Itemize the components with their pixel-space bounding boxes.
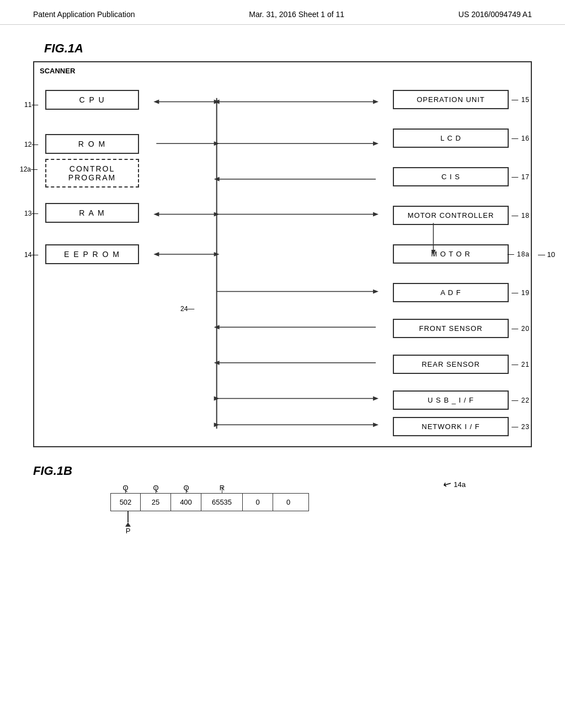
- cell-0-1: 0: [243, 493, 273, 511]
- cell-0-2: 0: [273, 493, 303, 511]
- ref-13: 13—: [24, 210, 38, 217]
- bus-ref-24: 24—: [180, 305, 194, 313]
- cell-65535: 65535: [201, 493, 243, 511]
- header-right: US 2016/0094749 A1: [459, 10, 532, 19]
- header-center: Mar. 31, 2016 Sheet 1 of 11: [249, 10, 344, 19]
- p-label-area: P: [110, 511, 532, 539]
- svg-marker-18: [153, 212, 159, 216]
- cis-label: C I S — 17: [393, 167, 509, 186]
- cell-400: 400: [171, 493, 201, 511]
- usb-if-label: U S B _ I / F — 22: [393, 390, 509, 410]
- ref-15: — 15: [511, 96, 530, 104]
- scanner-label: SCANNER: [40, 67, 75, 75]
- fig1b-container: FIG.1B ↗ 14a Q Q Q R: [33, 464, 532, 539]
- ref-12a: 12a—: [20, 165, 38, 173]
- svg-marker-27: [373, 290, 379, 294]
- svg-marker-31: [214, 361, 220, 365]
- rom-label: R O M: [45, 134, 139, 154]
- column-labels: Q Q Q R: [110, 484, 532, 492]
- motor-label: M O T O R — 18a: [393, 244, 509, 264]
- adf-label: A D F — 19: [393, 283, 509, 302]
- fig1a-diagram: SCANNER — 10 11— C P U 12— R O M 12a— CO…: [33, 61, 532, 447]
- front-sensor-label: FRONT SENSOR — 20: [393, 319, 509, 338]
- svg-marker-20: [373, 212, 379, 216]
- eeprom-box: 14— E E P R O M: [45, 244, 139, 274]
- ref-14a: ↗ 14a: [443, 478, 466, 490]
- cis-box: C I S — 17: [393, 167, 509, 195]
- operation-unit-label: OPERATION UNIT — 15: [393, 90, 509, 109]
- col-label-3: Q: [171, 484, 201, 492]
- svg-marker-13: [373, 141, 379, 146]
- ram-label: R A M: [45, 203, 139, 223]
- usb-if-box: U S B _ I / F — 22: [393, 390, 509, 419]
- eeprom-label: E E P R O M: [45, 244, 139, 264]
- operation-unit-box: OPERATION UNIT — 15: [393, 90, 509, 118]
- svg-marker-15: [214, 177, 220, 181]
- motor-controller-box: MOTOR CONTROLLER — 18: [393, 206, 509, 234]
- adf-box: A D F — 19: [393, 283, 509, 311]
- col-label-4: R: [201, 484, 243, 492]
- svg-marker-5: [214, 100, 220, 104]
- ref-19: — 19: [511, 289, 530, 297]
- svg-marker-11: [214, 141, 220, 146]
- header-left: Patent Application Publication: [33, 10, 135, 19]
- svg-marker-9: [214, 100, 220, 104]
- svg-marker-29: [214, 325, 220, 329]
- svg-marker-33: [214, 397, 220, 401]
- rear-sensor-label: REAR SENSOR — 21: [393, 355, 509, 374]
- cpu-label: C P U: [45, 90, 139, 110]
- svg-marker-22: [214, 252, 220, 256]
- lcd-label: L C D — 16: [393, 129, 509, 148]
- ref-11: 11—: [24, 101, 38, 109]
- svg-marker-6: [153, 100, 159, 104]
- motor-box: M O T O R — 18a: [393, 244, 509, 272]
- ref-16: — 16: [511, 135, 530, 142]
- svg-marker-8: [373, 100, 379, 104]
- cell-502: 502: [110, 493, 141, 511]
- network-if-label: NETWORK I / F — 23: [393, 417, 509, 436]
- col-label-2: Q: [141, 484, 171, 492]
- control-program-label: CONTROL PROGRAM: [45, 159, 139, 188]
- rear-sensor-box: REAR SENSOR — 21: [393, 355, 509, 383]
- ref-10: — 10: [538, 250, 555, 259]
- svg-marker-37: [373, 422, 379, 427]
- ref-20: — 20: [511, 325, 530, 333]
- ref-22: — 22: [511, 397, 530, 404]
- motor-controller-label: MOTOR CONTROLLER — 18: [393, 206, 509, 225]
- network-if-box: NETWORK I / F — 23: [393, 417, 509, 445]
- cpu-box: 11— C P U: [45, 90, 139, 120]
- fig1a-label: FIG.1A: [44, 41, 565, 56]
- front-sensor-box: FRONT SENSOR — 20: [393, 319, 509, 347]
- ref-17: — 17: [511, 173, 530, 181]
- eeprom-diagram: ↗ 14a Q Q Q R 502 25: [55, 484, 532, 539]
- control-program-box: 12a— CONTROL PROGRAM: [45, 159, 139, 197]
- ref-18a: — 18a: [508, 250, 530, 258]
- ram-box: 13— R A M: [45, 203, 139, 233]
- svg-marker-23: [153, 252, 159, 256]
- ref-18: — 18: [511, 212, 530, 220]
- cell-25: 25: [141, 493, 171, 511]
- svg-marker-17: [214, 212, 220, 216]
- col-label-1: Q: [110, 484, 141, 492]
- svg-marker-34: [373, 397, 379, 401]
- lcd-box: L C D — 16: [393, 129, 509, 157]
- ref-14: 14—: [24, 251, 38, 259]
- fig1b-label: FIG.1B: [33, 464, 532, 478]
- p-label: P: [125, 511, 131, 535]
- ref-21: — 21: [511, 361, 530, 368]
- ref-23: — 23: [511, 423, 530, 431]
- svg-marker-36: [214, 422, 220, 427]
- ref-12: 12—: [24, 141, 38, 148]
- eeprom-cells-row: 502 25 400 65535 0 0: [110, 493, 532, 511]
- page-header: Patent Application Publication Mar. 31, …: [0, 0, 565, 25]
